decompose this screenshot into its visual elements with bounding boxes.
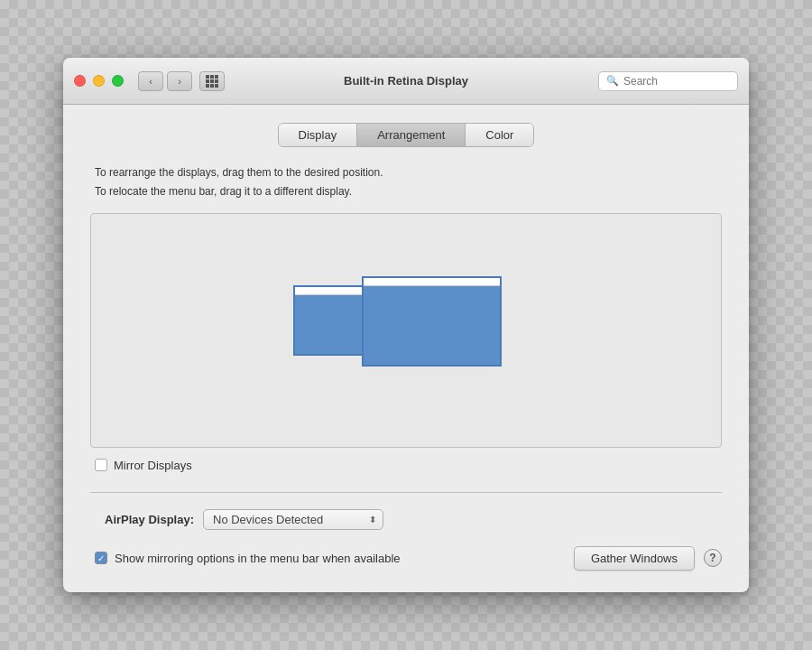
airplay-label: AirPlay Display: [95,513,194,526]
minimize-button[interactable] [93,75,105,87]
mirror-displays-label: Mirror Displays [114,459,192,472]
window-controls [74,75,124,87]
separator [90,492,722,493]
close-button[interactable] [74,75,86,87]
grid-view-button[interactable] [199,71,225,91]
instruction-line-1: To rearrange the displays, drag them to … [95,163,722,181]
airplay-select[interactable]: No Devices Detected [203,509,383,530]
display-arrangement [293,276,519,385]
content-area: Display Arrangement Color To rearrange t… [63,105,749,592]
airplay-row: AirPlay Display: No Devices Detected [90,509,722,530]
bottom-row: ✓ Show mirroring options in the menu bar… [90,546,722,571]
airplay-select-wrapper[interactable]: No Devices Detected [203,509,383,530]
back-button[interactable]: ‹ [138,71,163,91]
mirror-displays-checkbox[interactable] [95,459,107,471]
tab-group: Display Arrangement Color [278,123,535,147]
search-bar[interactable]: 🔍 [598,71,738,91]
instructions: To rearrange the displays, drag them to … [95,163,722,200]
nav-buttons: ‹ › [138,71,192,91]
show-mirroring-checkbox[interactable]: ✓ [95,552,107,564]
maximize-button[interactable] [112,75,124,87]
forward-button[interactable]: › [167,71,192,91]
display-block-primary[interactable] [293,285,365,356]
search-input[interactable] [623,75,730,88]
gather-windows-button[interactable]: Gather Windows [574,546,695,571]
mirror-displays-row: Mirror Displays [95,459,722,472]
bottom-left: ✓ Show mirroring options in the menu bar… [95,552,401,565]
grid-icon [206,75,218,88]
titlebar: ‹ › Built-in Retina Display 🔍 [63,58,749,105]
tab-arrangement[interactable]: Arrangement [357,124,466,146]
instruction-line-2: To relocate the menu bar, drag it to a d… [95,182,722,200]
tab-display[interactable]: Display [279,124,358,146]
show-mirroring-label: Show mirroring options in the menu bar w… [115,552,401,565]
help-button[interactable]: ? [704,549,722,567]
search-icon: 🔍 [606,75,619,87]
display-arrangement-area [90,213,722,448]
display-block-secondary[interactable] [362,276,502,367]
window-title: Built-in Retina Display [344,74,468,88]
tab-bar: Display Arrangement Color [90,123,722,147]
tab-color[interactable]: Color [466,124,533,146]
bottom-right: Gather Windows ? [574,546,722,571]
preferences-window: ‹ › Built-in Retina Display 🔍 Display Ar… [63,58,749,592]
